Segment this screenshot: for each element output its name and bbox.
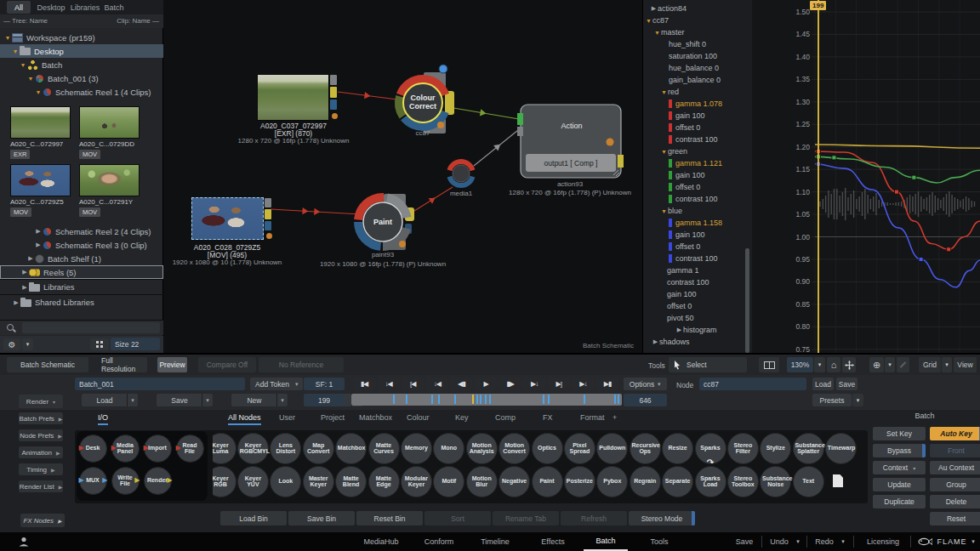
- notes-page-icon[interactable]: [833, 474, 843, 487]
- current-frame-field[interactable]: 199: [304, 394, 345, 406]
- grid-dropdown[interactable]: Grid: [919, 357, 941, 372]
- dropdown-arrow[interactable]: ▾: [127, 394, 138, 406]
- collapse-arrow-icon[interactable]: ▶: [34, 228, 43, 235]
- user-icon[interactable]: [19, 537, 29, 547]
- channel-row-gain[interactable]: gain 100: [643, 288, 752, 300]
- thumbnail-view-icon[interactable]: [90, 338, 109, 350]
- tab-desktop[interactable]: Desktop: [36, 1, 66, 14]
- channel-row-hue_shift[interactable]: hue_shift 0: [643, 38, 752, 50]
- expand-arrow-icon[interactable]: ▼: [11, 48, 20, 54]
- schematic-clip-node[interactable]: [257, 74, 329, 121]
- tree-item-batch-shelf-1-[interactable]: ▶Batch Shelf (1): [0, 252, 163, 265]
- node-stereo-filter[interactable]: Stereo Filter: [727, 433, 759, 464]
- bin-tab-comp[interactable]: Comp: [495, 413, 516, 422]
- bin-tab-all-nodes[interactable]: All Nodes: [228, 413, 261, 425]
- node-matte-edge[interactable]: Matte Edge: [368, 466, 400, 497]
- tree-item-schematic-reel-3-0-clip-[interactable]: ▶Schematic Reel 3 (0 Clip): [0, 238, 163, 252]
- transport-button-0[interactable]: ▮◀: [353, 378, 375, 390]
- action-output-tab[interactable]: [618, 155, 624, 168]
- app-tab-timeline[interactable]: Timeline: [473, 532, 517, 551]
- presets-dropdown[interactable]: Presets: [812, 394, 852, 406]
- bin-tab-+[interactable]: +: [612, 413, 617, 422]
- render-list-button[interactable]: Render List▶: [19, 480, 63, 492]
- transport-button-5[interactable]: ▶: [475, 378, 497, 390]
- delete-button[interactable]: Delete: [930, 495, 980, 508]
- update-button[interactable]: Update: [873, 478, 926, 491]
- curve-editor[interactable]: 1.501.451.401.351.301.251.201.151.101.05…: [752, 0, 980, 353]
- presets-arrow[interactable]: ▾: [852, 394, 863, 406]
- clip-tab-out[interactable]: [330, 87, 337, 98]
- view-dropdown[interactable]: View: [954, 357, 977, 372]
- node-pixel-spread[interactable]: Pixel Spread: [564, 433, 595, 464]
- load-bin-button[interactable]: Load Bin: [220, 511, 287, 525]
- node-prefs-button[interactable]: Node Prefs▶: [19, 429, 63, 441]
- dropdown-arrow[interactable]: ▾: [202, 394, 213, 406]
- app-tab-effects[interactable]: Effects: [534, 532, 572, 551]
- bin-tab-fx[interactable]: FX: [543, 413, 553, 422]
- timebar-cursor[interactable]: [818, 0, 819, 353]
- channel-row-gain[interactable]: gain 100: [643, 110, 752, 122]
- render-button[interactable]: Render▾: [19, 395, 63, 408]
- gear-icon[interactable]: ⚙: [3, 338, 20, 350]
- node-optics[interactable]: Optics: [532, 433, 563, 464]
- transport-button-3[interactable]: ↓◀: [426, 378, 448, 390]
- reset-button[interactable]: Reset: [930, 512, 980, 525]
- tab-all[interactable]: All: [7, 1, 31, 14]
- expand-arrow-icon[interactable]: ▼: [34, 89, 43, 95]
- collapsed-arrow-icon[interactable]: ▶: [675, 327, 683, 333]
- reference-dropdown[interactable]: No Reference: [259, 357, 344, 372]
- bypass-button[interactable]: Bypass: [873, 444, 926, 457]
- node-motion-convert[interactable]: Motion Convert: [499, 433, 530, 464]
- clip2-tab-out[interactable]: [265, 209, 271, 219]
- tree-item-schematic-reel-2-4-clips-[interactable]: ▶Schematic Reel 2 (4 Clips): [0, 224, 163, 238]
- collapse-arrow-icon[interactable]: ▶: [12, 299, 20, 306]
- io-node-import[interactable]: Import▶: [144, 435, 172, 463]
- tree-item-workspace-pr159-[interactable]: ▼Workspace (pr159): [0, 31, 163, 44]
- expand-arrow-icon[interactable]: ▼: [19, 62, 27, 68]
- channel-row-contrast[interactable]: contrast 100: [643, 253, 752, 264]
- zoom-dropdown[interactable]: ▾: [814, 357, 825, 372]
- channel-row-gain_balance[interactable]: gain_balance 0: [643, 74, 752, 86]
- tree-item-shared-libraries[interactable]: ▶Shared Libraries: [0, 294, 163, 310]
- brand-dropdown[interactable]: ▾: [968, 532, 978, 551]
- node-matte-curves[interactable]: Matte Curves: [368, 433, 400, 464]
- action-output-bar[interactable]: output1 [ Comp ]: [526, 154, 616, 172]
- node-lens-distort[interactable]: Lens Distort: [270, 433, 301, 464]
- focus-dropdown[interactable]: ▾: [885, 357, 895, 372]
- animation-button[interactable]: Animation▶: [19, 446, 63, 458]
- timebar[interactable]: [351, 394, 622, 406]
- action-input-tab[interactable]: [517, 113, 523, 125]
- node-negative[interactable]: Negative: [499, 466, 530, 497]
- channel-row-master[interactable]: ▼master: [643, 26, 752, 38]
- node-memory[interactable]: Memory: [401, 433, 432, 464]
- duplicate-button[interactable]: Duplicate: [873, 495, 926, 508]
- undo-dropdown[interactable]: ▾: [793, 532, 803, 551]
- transport-button-6[interactable]: ▮▶: [499, 378, 521, 390]
- node-master-keyer[interactable]: Master Keyer: [303, 466, 334, 497]
- licensing-button[interactable]: Licensing: [859, 532, 907, 551]
- node-sparks-load[interactable]: Sparks Load↷: [695, 466, 726, 497]
- gear-dropdown[interactable]: ▾: [22, 338, 33, 350]
- transport-button-9[interactable]: ▶↓: [572, 378, 594, 390]
- collapse-arrow-icon[interactable]: ▶: [26, 255, 35, 262]
- node-mono[interactable]: Mono: [433, 433, 464, 464]
- node-substance-splatter[interactable]: Substance Splatter: [793, 433, 824, 464]
- node-keyer-yuv[interactable]: Keyer YUV: [237, 466, 269, 497]
- expanded-arrow-icon[interactable]: ▼: [645, 18, 652, 24]
- redo-dropdown[interactable]: ▾: [838, 532, 848, 551]
- group-button[interactable]: Group: [930, 478, 980, 491]
- preview-button[interactable]: Preview: [157, 357, 187, 372]
- tab-libraries[interactable]: Libraries: [71, 1, 99, 14]
- save-button-global[interactable]: Save: [730, 532, 759, 551]
- clip-thumbnail[interactable]: [10, 164, 71, 196]
- channel-row-gamma[interactable]: gamma 1: [643, 264, 752, 276]
- io-node-write-file[interactable]: Write File▶: [111, 467, 140, 495]
- thumbnail-size-field[interactable]: Size 22: [111, 338, 160, 350]
- rename-tab-button[interactable]: Rename Tab: [493, 511, 559, 525]
- expanded-arrow-icon[interactable]: ▼: [660, 149, 668, 155]
- node-resize[interactable]: Resize: [662, 433, 693, 464]
- bin-tab-colour[interactable]: Colour: [407, 413, 430, 422]
- tree-item-batch[interactable]: ▼Batch: [0, 58, 163, 71]
- action-input-tab2[interactable]: [517, 127, 523, 136]
- channel-row-blue[interactable]: ▼blue: [643, 205, 752, 217]
